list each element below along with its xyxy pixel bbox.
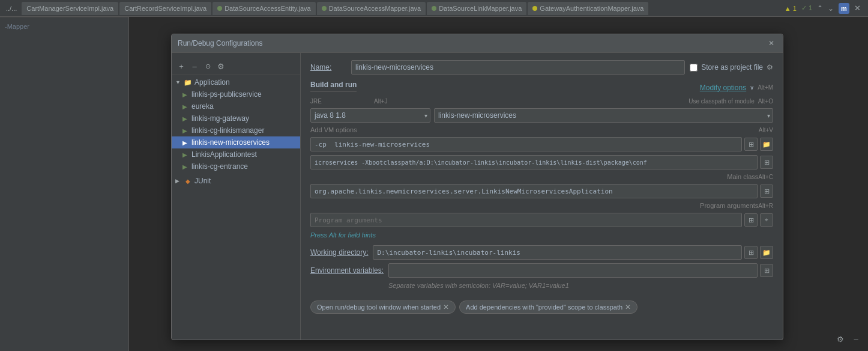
tab-label: DataSourceAccessEntity.java: [225, 5, 310, 12]
env-vars-expand-button[interactable]: ⊞: [760, 264, 773, 277]
tag-close-button[interactable]: ✕: [625, 303, 631, 311]
dialog-close-button[interactable]: ✕: [766, 38, 777, 49]
tag-open-debug-window: Open run/debug tool window when started …: [310, 301, 456, 314]
tree-group-junit[interactable]: ▶ ◆ JUnit: [172, 175, 300, 187]
remove-config-button[interactable]: –: [188, 60, 200, 72]
classpath-dropdown[interactable]: linkis-new-microservices: [434, 108, 773, 123]
tag-close-button[interactable]: ✕: [443, 303, 449, 311]
add-vm-shortcut: Alt+V: [759, 127, 773, 133]
jre-dropdown[interactable]: java 8 1.8: [310, 108, 430, 123]
modify-options-link[interactable]: Modify options: [700, 84, 746, 92]
m-button[interactable]: m: [839, 3, 849, 14]
main-class-expand-button[interactable]: ⊞: [760, 156, 773, 169]
folder-icon: 📁: [183, 78, 193, 87]
warning-badge[interactable]: ▲ 1: [785, 5, 797, 12]
warning-icon: ▲: [785, 5, 791, 12]
working-dir-input[interactable]: [373, 245, 742, 260]
vm-folder-button[interactable]: 📁: [760, 138, 773, 151]
tab-datasource-entity[interactable]: DataSourceAccessEntity.java: [212, 2, 315, 15]
working-dir-label: Working directory:: [310, 248, 368, 257]
run-config-icon: ▶: [180, 90, 190, 99]
expand-icon[interactable]: ⌃: [817, 4, 823, 13]
run-config-icon: ▶: [180, 138, 190, 147]
env-vars-hint: Separate variables with semicolon: VAR=v…: [388, 281, 569, 290]
working-dir-folder-button[interactable]: 📁: [760, 246, 773, 259]
modify-options-shortcut: Alt+M: [758, 84, 773, 91]
tag-add-dependencies: Add dependencies with "provided" scope t…: [459, 301, 637, 314]
program-args-folder-button[interactable]: ⌖: [760, 213, 773, 227]
tree-item-applicationtest[interactable]: ▶ LinkisApplicationtest: [172, 148, 300, 160]
env-vars-input[interactable]: [388, 263, 758, 278]
dialog-title: Run/Debug Configurations: [178, 39, 262, 47]
check-count: 1: [809, 4, 812, 11]
build-run-section: Build and run Modify options ∨ Alt+M JRE…: [310, 81, 773, 290]
main-class-shortcut-row: Main class Alt+C: [310, 173, 773, 180]
bottom-gear-button[interactable]: ⚙: [834, 333, 846, 345]
program-args-input[interactable]: [310, 213, 742, 227]
tab-gateway-auth[interactable]: GatewayAuthenticationMapper.java: [528, 2, 648, 15]
run-config-icon: ▶: [180, 102, 190, 111]
main-area: -Mapper Run/Debug Configurations ✕ + – ⊙: [0, 17, 868, 351]
tree-group-application[interactable]: ▼ 📁 Application: [172, 76, 300, 88]
env-vars-row: Environment variables: ⊞: [310, 263, 773, 278]
tree-item-new-microservices[interactable]: ▶ linkis-new-microservices: [172, 136, 300, 148]
tree-item-mg-gateway[interactable]: ▶ linkis-mg-gateway: [172, 112, 300, 124]
program-args-header: Program arguments Alt+R: [310, 202, 773, 209]
store-project-checkbox[interactable]: [690, 64, 698, 72]
add-vm-label: Add VM options: [310, 126, 357, 133]
tab-datasource-mapper[interactable]: DataSourceAccessMapper.java: [317, 2, 426, 15]
tree-item-linkismanager[interactable]: ▶ linkis-cg-linkismanager: [172, 124, 300, 136]
store-project-row: Store as project file ⚙: [690, 63, 773, 72]
classpath-shortcut: Alt+O: [758, 98, 773, 105]
collapse-icon[interactable]: ⌄: [828, 4, 834, 13]
tree-item-eureka[interactable]: ▶ eureka: [172, 100, 300, 112]
close-tab-icon[interactable]: ✕: [854, 4, 861, 13]
config-tree: ▼ 📁 Application ▶ linkis-ps-publicservic…: [172, 75, 300, 188]
working-dir-expand-button[interactable]: ⊞: [744, 246, 758, 259]
bottom-minus-button[interactable]: –: [850, 333, 862, 345]
tags-row: Open run/debug tool window when started …: [310, 296, 773, 316]
add-config-button[interactable]: +: [175, 60, 187, 72]
tree-item-cg-entrance[interactable]: ▶ linkis-cg-entrance: [172, 160, 300, 172]
program-args-row: ⊞ ⌖: [310, 213, 773, 227]
tab-dot-yellow: [532, 6, 537, 11]
tab-cart-manager[interactable]: CartManagerServiceImpl.java: [22, 2, 118, 15]
tab-dot-green: [217, 6, 222, 11]
breadcrumb[interactable]: ../...: [2, 5, 20, 12]
tab-datasource-link[interactable]: DataSourceLinkMapper.java: [427, 2, 526, 15]
vm-expand-button[interactable]: ⊞: [744, 138, 758, 151]
tab-cart-record[interactable]: CartRecordServiceImpl.java: [119, 2, 211, 15]
jre-dropdown-wrap[interactable]: java 8 1.8: [310, 108, 430, 123]
tab-dot-green: [322, 6, 327, 11]
run-config-icon: ▶: [180, 114, 190, 123]
dialog-tree-panel: + – ⊙ ⚙ ▼ 📁 Application: [172, 53, 301, 340]
tag-label: Add dependencies with "provided" scope t…: [466, 304, 622, 311]
config-settings-button[interactable]: ⚙: [215, 60, 227, 72]
tree-item-label: linkis-cg-linkismanager: [191, 126, 264, 135]
env-vars-hint-row: Separate variables with semicolon: VAR=v…: [310, 281, 773, 290]
check-icon: ✓: [801, 4, 807, 11]
sidebar-bottom: -Mapper: [0, 17, 128, 35]
store-project-gear-icon[interactable]: ⚙: [767, 63, 773, 72]
name-input[interactable]: [351, 60, 685, 75]
working-dir-field-row: ⊞ 📁: [373, 245, 773, 260]
dialog-toolbar: + – ⊙ ⚙: [172, 58, 300, 75]
jre-row: JRE Alt+J Use classpath of module Alt+O: [310, 98, 773, 105]
tree-item-label: linkis-cg-entrance: [191, 162, 248, 171]
junit-icon: ◆: [183, 176, 193, 186]
main-class-full-input[interactable]: [310, 184, 758, 198]
jre-shortcut: Alt+J: [374, 98, 388, 105]
mapper-label: -Mapper: [5, 23, 29, 30]
name-label: Name:: [310, 63, 346, 72]
check-badge[interactable]: ✓ 1: [801, 4, 812, 12]
main-class-full-expand-button[interactable]: ⊞: [760, 185, 773, 198]
program-args-expand-button[interactable]: ⊞: [744, 213, 758, 227]
modify-options-arrow: ∨: [750, 84, 754, 91]
vm-options-input[interactable]: [310, 137, 742, 151]
tree-item-ps-publicservice[interactable]: ▶ linkis-ps-publicservice: [172, 88, 300, 100]
expand-arrow: ▶: [175, 178, 181, 184]
main-class-shortcut-label: Main class: [727, 173, 758, 180]
main-class-input[interactable]: [310, 155, 758, 169]
classpath-dropdown-wrap[interactable]: linkis-new-microservices: [434, 108, 773, 123]
copy-config-button[interactable]: ⊙: [202, 60, 214, 72]
